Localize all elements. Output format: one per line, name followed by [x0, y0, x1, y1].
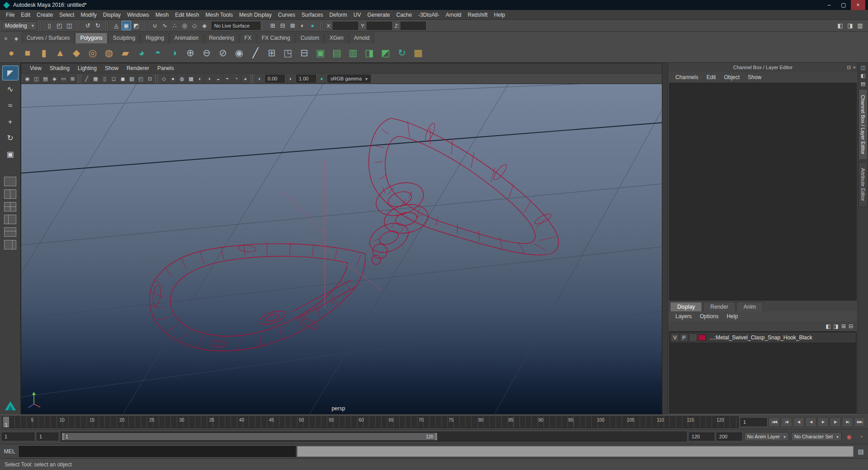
shelf-tab[interactable]: Polygons — [75, 33, 107, 43]
shelf-tabs-toggle-icon[interactable]: ≡ — [2, 34, 10, 42]
select-by-component-icon[interactable]: ◩ — [132, 21, 141, 30]
bookmarks-icon[interactable]: ◈ — [50, 75, 59, 83]
live-surface-field[interactable]: No Live Surface — [212, 22, 260, 30]
menu-item[interactable]: Deform — [326, 10, 350, 19]
panel-gutter[interactable] — [662, 63, 668, 414]
minimize-button[interactable]: – — [822, 0, 836, 10]
xray-icon[interactable]: ◔ — [232, 75, 241, 83]
maximize-button[interactable]: ▢ — [836, 0, 851, 10]
color-management-icon[interactable]: ● — [317, 75, 326, 83]
shelf-tab[interactable]: Curves / Surfaces — [22, 33, 75, 43]
shelf-tab[interactable]: FX Caching — [257, 33, 295, 43]
playback-end-field[interactable] — [689, 432, 714, 441]
menu-item[interactable]: UV — [350, 10, 364, 19]
poly-disc-icon[interactable]: ◍ — [101, 45, 117, 61]
sculpt-tool-icon[interactable]: ◩ — [378, 45, 393, 61]
show-attribute-editor-icon[interactable]: ▥ — [855, 21, 865, 30]
2d-pan-zoom-icon[interactable]: ⊞ — [68, 75, 77, 83]
anti-aliasing-icon[interactable]: ◓ — [223, 75, 231, 83]
multi-cut-icon[interactable]: ╱ — [248, 45, 263, 61]
side-panel-tab[interactable]: Attribute Editor — [859, 162, 868, 207]
step-back-key-button[interactable]: ◀| — [793, 417, 804, 427]
menu-item[interactable]: Arnold — [443, 10, 465, 19]
render-settings-icon[interactable]: ◐ — [298, 21, 307, 30]
redo-icon[interactable]: ↻ — [93, 21, 103, 30]
menu-item[interactable]: Mesh — [152, 10, 172, 19]
menu-item[interactable]: Modify — [77, 10, 99, 19]
extract-icon[interactable]: ⊘ — [215, 45, 231, 61]
show-hypershade-icon[interactable]: ◨ — [845, 21, 855, 30]
menu-item[interactable]: Curves — [275, 10, 298, 19]
poly-plane-icon[interactable]: ◆ — [69, 45, 84, 61]
shelf-tab[interactable]: Custom — [296, 33, 324, 43]
menu-item[interactable]: Edit Mesh — [172, 10, 202, 19]
new-scene-icon[interactable]: ▯ — [45, 21, 54, 30]
panel-menu-item[interactable]: Show — [101, 64, 123, 73]
command-input[interactable] — [19, 446, 296, 457]
poly-torus-icon[interactable]: ◎ — [85, 45, 100, 61]
rotate-tool-icon[interactable]: ↻ — [2, 131, 19, 146]
current-frame-marker[interactable]: 1 — [3, 417, 9, 428]
open-scene-icon[interactable]: ◰ — [55, 21, 64, 30]
select-camera-icon[interactable]: ◉ — [23, 75, 32, 83]
panel-menu-item[interactable]: Shading — [46, 64, 74, 73]
film-gate-icon[interactable]: ▯ — [100, 75, 109, 83]
viewport-3d-view[interactable]: persp — [21, 84, 662, 414]
scale-tool-icon[interactable]: ▣ — [2, 147, 19, 162]
select-by-object-icon[interactable]: ▣ — [122, 21, 131, 30]
shelf-tab[interactable]: Rigging — [141, 33, 169, 43]
layer-editor-tab[interactable]: Anim — [736, 302, 763, 311]
target-weld-icon[interactable]: ▤ — [329, 45, 344, 61]
render-current-frame-icon[interactable]: ⊟ — [278, 21, 288, 30]
exposure-input[interactable] — [265, 75, 285, 83]
coordinate-input[interactable] — [333, 22, 358, 30]
shelf-tab[interactable]: Arnold — [349, 33, 375, 43]
shelf-menu-icon[interactable]: ◈ — [12, 34, 20, 42]
shelf-tab[interactable]: FX — [240, 33, 256, 43]
select-tool-icon[interactable]: ◤ — [2, 66, 19, 80]
layer-visibility-toggle[interactable]: V — [671, 334, 679, 342]
panel-menu-item[interactable]: Renderer — [123, 64, 153, 73]
shelf-tab[interactable]: Animation — [170, 33, 203, 43]
exposure-icon[interactable]: ◖ — [255, 75, 264, 83]
raise-attribute-editor-icon[interactable]: ◧ — [861, 73, 865, 79]
raise-channel-box-icon[interactable]: ◫ — [861, 65, 865, 70]
shadows-icon[interactable]: ◑ — [205, 75, 213, 83]
channel-box-menu-item[interactable]: Show — [744, 73, 765, 82]
gate-mask-icon[interactable]: ◼ — [118, 75, 127, 83]
mirror-icon[interactable]: ◨ — [362, 45, 377, 61]
wireframe-icon[interactable]: ◇ — [160, 75, 168, 83]
side-panel-tab[interactable]: Channel Box / Layer Editor — [859, 89, 868, 160]
command-result-area[interactable] — [297, 446, 854, 457]
lasso-tool-icon[interactable]: ∿ — [2, 82, 19, 97]
move-layer-down-icon[interactable]: ◨ — [834, 323, 839, 329]
undo-icon[interactable]: ↺ — [83, 21, 93, 30]
play-forwards-button[interactable]: ▶ — [817, 417, 829, 427]
animation-preferences-icon[interactable]: ◔ — [856, 432, 866, 442]
connect-icon[interactable]: ▥ — [345, 45, 361, 61]
channel-box-menu-item[interactable]: Edit — [703, 73, 720, 82]
quad-draw-icon[interactable]: ▣ — [313, 45, 328, 61]
snap-to-view-plane-icon[interactable]: ◇ — [190, 21, 199, 30]
viewport-canvas[interactable] — [21, 84, 662, 414]
step-back-frame-button[interactable]: |◀ — [781, 417, 792, 427]
panel-menu-item[interactable]: View — [26, 64, 46, 73]
poly-cone-icon[interactable]: ▲ — [52, 45, 68, 61]
shelf-tab[interactable]: Sculpting — [108, 33, 140, 43]
two-pane-layout-button[interactable] — [4, 189, 16, 199]
layer-editor-menu-item[interactable]: Layers — [672, 312, 695, 320]
close-panel-icon[interactable]: × — [853, 65, 856, 70]
playback-start-field[interactable] — [37, 432, 58, 441]
isolate-select-icon[interactable]: ◕ — [241, 75, 250, 83]
camera-attributes-icon[interactable]: ▤ — [41, 75, 50, 83]
hypershade-icon[interactable]: ● — [308, 21, 317, 30]
step-forward-frame-button[interactable]: ▶| — [842, 417, 853, 427]
snap-to-projected-center-icon[interactable]: ◎ — [180, 21, 189, 30]
bevel-icon[interactable]: ◳ — [280, 45, 296, 61]
combine-icon[interactable]: ⊕ — [183, 45, 198, 61]
gamma-input[interactable] — [296, 75, 316, 83]
make-object-live-icon[interactable]: ◈ — [200, 21, 209, 30]
layer-editor-menu-item[interactable]: Options — [696, 312, 722, 320]
select-by-hierarchy-icon[interactable]: ◬ — [112, 21, 121, 30]
menu-item[interactable]: Cache — [393, 10, 415, 19]
